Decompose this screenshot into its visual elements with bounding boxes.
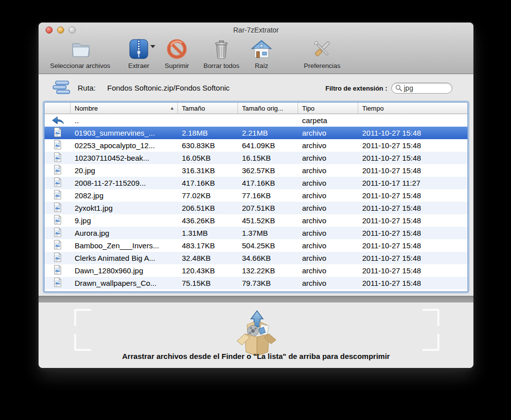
file-time: 2011-10-27 15:48 [358, 191, 467, 200]
sort-ascending-icon: ▲ [170, 106, 174, 111]
file-original-size: 2.21MB [238, 129, 298, 137]
bracket-corner-icon [74, 334, 91, 351]
file-size: 206.51KB [178, 204, 238, 212]
jpg-file-icon [54, 152, 62, 164]
file-time: 2011-10-27 15:48 [358, 279, 467, 287]
table-row[interactable]: 01903_summervines_... 2.18MB 2.21MB arch… [45, 127, 467, 139]
preferences-button[interactable]: Preferencias [297, 39, 347, 70]
drop-zone[interactable]: Arrastrar archivos desde el Finder o "La… [39, 302, 473, 368]
toolbar: Seleccionar archivos [39, 39, 473, 74]
file-size: 2.18MB [178, 129, 238, 137]
jpg-file-icon [54, 165, 62, 176]
file-time: 2011-10-27 15:48 [358, 216, 467, 225]
table-row[interactable]: .. carpeta [45, 114, 467, 127]
toolbar-label: Preferencias [297, 62, 347, 70]
file-name: Dawn_1280x960.jpg [71, 266, 178, 275]
path-label: Ruta: [78, 84, 96, 92]
file-name: 2yxokt1.jpg [71, 204, 178, 212]
table-row[interactable]: Dawn_1280x960.jpg 120.43KB 132.22KB arch… [45, 264, 467, 277]
jpg-file-icon [54, 227, 62, 239]
file-type: archivo [298, 279, 358, 287]
app-window: Rar-7zExtrator Seleccionar archivos [39, 23, 473, 368]
file-size: 32.48KB [178, 254, 238, 262]
extract-button[interactable]: Extraer [121, 39, 156, 70]
file-type: archivo [298, 179, 358, 187]
column-header-time[interactable]: Tiempo [358, 103, 467, 114]
jpg-file-icon [54, 127, 62, 139]
file-name: 2008-11-27-115209... [71, 179, 178, 187]
table-row[interactable]: Drawn_wallpapers_Co... 75.15KB 79.73KB a… [45, 277, 467, 289]
file-name: 20.jpg [71, 166, 178, 175]
jpg-file-icon [54, 252, 62, 264]
file-time: 2011-10-27 15:48 [358, 229, 467, 237]
drop-target-frame [74, 309, 439, 351]
prohibited-icon [166, 39, 187, 60]
file-size: 1.31MB [178, 229, 238, 237]
file-time: 2011-10-27 15:48 [358, 254, 467, 262]
toolbar-label: Raíz [249, 62, 274, 70]
file-type: archivo [298, 229, 358, 237]
file-name: Aurora.jpg [71, 229, 178, 237]
file-type: archivo [298, 166, 358, 175]
bracket-corner-icon [422, 334, 439, 351]
table-row[interactable]: 02253_apocalypto_12... 630.83KB 641.09KB… [45, 139, 467, 152]
current-path: Fondos Softonic.zip/Fondos Softonic [107, 84, 229, 92]
window-chrome: Rar-7zExtrator Seleccionar archivos [39, 23, 473, 74]
back-arrow-icon [51, 115, 64, 126]
suppress-button[interactable]: Suprimir [159, 39, 195, 70]
file-size: 316.31KB [178, 166, 238, 175]
file-type: archivo [298, 141, 358, 150]
file-type: archivo [298, 191, 358, 200]
titlebar[interactable]: Rar-7zExtrator [39, 23, 473, 38]
file-type: archivo [298, 129, 358, 137]
file-size: 483.17KB [178, 241, 238, 250]
file-original-size: 207.51KB [238, 204, 298, 212]
toolbar-label: Borrar todos [197, 62, 245, 70]
table-row[interactable]: Clerks Animated Big A... 32.48KB 34.66KB… [45, 252, 467, 264]
file-time: 2011-10-27 15:48 [358, 266, 467, 275]
file-original-size: 1.37MB [238, 229, 298, 237]
toolbar-label: Suprimir [159, 62, 195, 70]
jpg-file-icon [54, 140, 62, 151]
column-header-type[interactable]: Tipo [298, 103, 358, 114]
jpg-file-icon [54, 265, 62, 276]
file-original-size: 132.22KB [238, 266, 298, 275]
file-size: 417.16KB [178, 179, 238, 187]
splitter-bar[interactable] [39, 296, 473, 302]
table-row[interactable]: Aurora.jpg 1.31MB 1.37MB archivo 2011-10… [45, 227, 467, 239]
column-header-icon[interactable] [45, 103, 71, 114]
file-original-size: 451.52KB [238, 216, 298, 225]
jpg-file-icon [54, 190, 62, 201]
column-header-name[interactable]: Nombre ▲ [71, 103, 178, 114]
table-row[interactable]: Bamboo_Zen___Invers... 483.17KB 504.25KB… [45, 239, 467, 252]
file-size: 77.02KB [178, 191, 238, 200]
jpg-file-icon [54, 240, 62, 251]
toolbar-label: Extraer [121, 62, 156, 70]
extension-filter-field[interactable] [391, 83, 452, 94]
home-icon [250, 39, 273, 60]
bracket-corner-icon [74, 309, 91, 326]
table-row[interactable]: 2082.jpg 77.02KB 77.16KB archivo 2011-10… [45, 189, 467, 202]
extension-filter-input[interactable] [404, 84, 448, 92]
clear-all-button[interactable]: Borrar todos [197, 39, 245, 70]
file-name: .. [71, 116, 178, 125]
table-row[interactable]: 102307110452-beak... 16.05KB 16.15KB arc… [45, 152, 467, 164]
tools-icon [311, 39, 333, 60]
file-original-size: 504.25KB [238, 241, 298, 250]
table-row[interactable]: 20.jpg 316.31KB 362.57KB archivo 2011-10… [45, 164, 467, 177]
table-row[interactable]: 9.jpg 436.26KB 451.52KB archivo 2011-10-… [45, 214, 467, 227]
table-row[interactable]: 2008-11-27-115209... 417.16KB 417.16KB a… [45, 177, 467, 189]
file-time: 2011-10-27 15:48 [358, 166, 467, 175]
table-row[interactable]: 2yxokt1.jpg 206.51KB 207.51KB archivo 20… [45, 202, 467, 214]
select-files-button[interactable]: Seleccionar archivos [43, 39, 118, 70]
root-button[interactable]: Raíz [249, 39, 274, 70]
list-icon [52, 80, 72, 97]
column-header-origsize[interactable]: Tamaño orig... [238, 103, 298, 114]
column-header-size[interactable]: Tamaño [178, 103, 238, 114]
file-name: Clerks Animated Big A... [71, 254, 178, 262]
dropdown-arrow-icon[interactable] [150, 45, 155, 48]
file-name: 9.jpg [71, 216, 178, 225]
jpg-file-icon [54, 277, 62, 289]
jpg-file-icon [54, 177, 62, 189]
drop-instructions: Arrastrar archivos desde el Finder o "La… [39, 352, 473, 360]
